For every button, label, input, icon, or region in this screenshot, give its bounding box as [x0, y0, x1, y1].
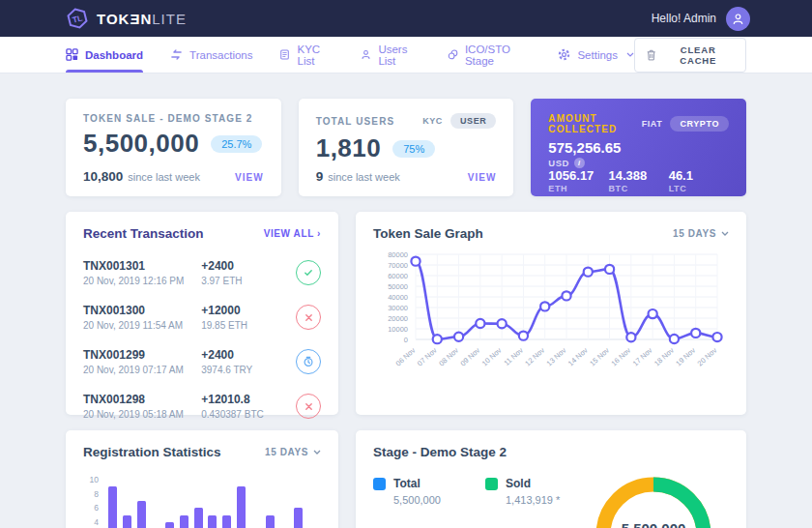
bar[interactable]	[180, 515, 188, 528]
transaction-status-failed[interactable]	[296, 394, 321, 419]
transaction-crypto-amount: 3.97 ETH	[201, 276, 296, 286]
svg-text:15 Nov: 15 Nov	[588, 346, 611, 368]
user-icon	[732, 13, 744, 25]
transaction-status-failed[interactable]	[296, 305, 321, 330]
nav-item-label: Settings	[577, 49, 618, 61]
transaction-status-pending[interactable]	[296, 349, 321, 374]
x-icon	[304, 401, 314, 412]
nav-item-dashboard[interactable]: Dashboard	[66, 37, 143, 73]
token-sale-line-chart: 0100002000030000400005000060000700008000…	[373, 247, 729, 401]
svg-text:60000: 60000	[388, 272, 408, 280]
token-sale-percent-badge: 25.7%	[211, 135, 262, 153]
chevron-down-icon	[313, 450, 321, 455]
nav-item-users-list[interactable]: Users List	[361, 37, 420, 73]
bar[interactable]	[208, 515, 217, 528]
svg-text:50000: 50000	[388, 282, 408, 291]
transaction-row: TNX00129820 Nov, 2019 05:18 AM+12010.80.…	[83, 384, 321, 428]
transaction-date: 20 Nov, 2019 05:18 AM	[83, 409, 201, 420]
bar[interactable]	[165, 522, 174, 528]
nav-item-kyc-list[interactable]: KYC List	[279, 37, 334, 73]
nav-item-settings[interactable]: Settings	[558, 37, 634, 73]
crypto-amount-ltc: 46.1LTC	[669, 168, 729, 193]
clear-cache-button[interactable]: CLEAR CACHE	[634, 38, 746, 73]
bar[interactable]	[194, 508, 203, 528]
tab-user[interactable]: USER	[450, 113, 496, 129]
registration-bar-chart: 1086420	[83, 471, 321, 528]
svg-text:17 Nov: 17 Nov	[631, 346, 654, 368]
stage-panel: Stage - Demo Stage 2 Total5,500,000Sold1…	[356, 430, 746, 528]
bar-chart-period-dropdown[interactable]: 15 DAYS	[265, 447, 321, 457]
registration-statistics-title: Registration Statistics	[83, 445, 221, 459]
legend-swatch	[485, 478, 498, 490]
total-users-title: TOTAL USERS	[316, 116, 395, 127]
token-sale-graph-title: Token Sale Graph	[373, 226, 483, 241]
legend-item-total: Total5,500,000	[373, 477, 474, 528]
nav-item-label: ICO/STO Stage	[465, 44, 532, 67]
svg-text:11 Nov: 11 Nov	[502, 346, 524, 367]
amount-collected-card: AMOUNT COLLECTED FIAT CRYPTO 575,256.65 …	[531, 99, 746, 196]
view-all-link[interactable]: VIEW ALL ›	[264, 228, 321, 239]
app-logo[interactable]: TL TOKƎNLITE	[66, 7, 187, 30]
user-greeting: Hello! Admin	[652, 12, 716, 25]
legend-swatch	[373, 478, 386, 490]
svg-text:80000: 80000	[388, 250, 408, 259]
trash-icon	[647, 49, 655, 61]
bar-group	[108, 480, 317, 528]
nav-item-label: Dashboard	[85, 49, 143, 61]
stage-donut-chart: 5,500,000 TLE	[594, 475, 713, 528]
nav-item-transactions[interactable]: Transactions	[170, 37, 252, 73]
recent-transactions-title: Recent Transaction	[83, 226, 204, 241]
transaction-date: 20 Nov, 2019 12:16 PM	[83, 276, 201, 286]
bar[interactable]	[123, 515, 131, 528]
bar[interactable]	[294, 508, 303, 528]
transaction-row: TNX00130120 Nov, 2019 12:16 PM+24003.97 …	[83, 250, 321, 295]
svg-text:07 Nov: 07 Nov	[416, 346, 439, 368]
transaction-id: TNX001301	[83, 259, 201, 273]
svg-text:40000: 40000	[388, 293, 408, 302]
app-title: TOKƎNLITE	[97, 11, 187, 27]
svg-text:0: 0	[404, 336, 408, 344]
transaction-status-success[interactable]	[296, 260, 321, 285]
total-users-percent-badge: 75%	[392, 140, 435, 158]
amount-collected-title: AMOUNT COLLECTED	[548, 113, 641, 134]
transaction-amount: +12010.8	[201, 393, 296, 406]
tab-crypto[interactable]: CRYPTO	[670, 116, 729, 132]
total-users-delta: 9	[316, 169, 324, 184]
transaction-row: TNX00130020 Nov, 2019 11:54 AM+1200019.8…	[83, 295, 321, 339]
bar[interactable]	[137, 501, 146, 528]
nav-item-ico-sto-stage[interactable]: ICO/STO Stage	[448, 37, 532, 73]
tab-fiat[interactable]: FIAT	[642, 119, 663, 129]
token-sale-view-link[interactable]: VIEW	[235, 172, 264, 183]
transaction-amount: +2400	[201, 259, 296, 273]
x-icon	[304, 312, 314, 323]
token-sale-title: TOKEN SALE - DEMO STAGE 2	[83, 113, 252, 124]
total-users-view-link[interactable]: VIEW	[468, 172, 497, 183]
svg-text:19 Nov: 19 Nov	[674, 346, 697, 368]
bar[interactable]	[108, 486, 117, 528]
stage-title: Stage - Demo Stage 2	[373, 445, 507, 459]
line-chart-period-dropdown[interactable]: 15 DAYS	[673, 228, 729, 239]
bar[interactable]	[222, 515, 231, 528]
transaction-amount: +12000	[201, 304, 296, 317]
total-users-value: 1,810	[316, 133, 382, 163]
bar[interactable]	[237, 486, 246, 528]
transaction-amount: +2400	[201, 348, 296, 362]
transaction-crypto-amount: 3974.6 TRY	[201, 365, 296, 375]
chevron-down-icon	[626, 52, 634, 57]
bar[interactable]	[266, 515, 275, 528]
svg-text:30000: 30000	[388, 304, 408, 312]
ico-sto-icon	[448, 48, 458, 61]
transaction-id: TNX001298	[83, 393, 201, 406]
svg-text:13 Nov: 13 Nov	[545, 346, 568, 368]
registration-statistics-panel: Registration Statistics 15 DAYS 1086420	[66, 430, 338, 528]
tab-kyc[interactable]: KYC	[422, 116, 443, 126]
amount-currency: USD	[548, 158, 569, 168]
svg-text:10 Nov: 10 Nov	[480, 346, 504, 368]
svg-text:12 Nov: 12 Nov	[523, 346, 546, 368]
nav-item-label: Users List	[378, 44, 420, 67]
user-avatar[interactable]	[726, 7, 750, 31]
crypto-amount-btc: 14.388BTC	[609, 168, 669, 193]
info-icon[interactable]: i	[574, 158, 585, 168]
kyc-list-icon	[279, 48, 290, 61]
svg-text:14 Nov: 14 Nov	[566, 346, 590, 368]
